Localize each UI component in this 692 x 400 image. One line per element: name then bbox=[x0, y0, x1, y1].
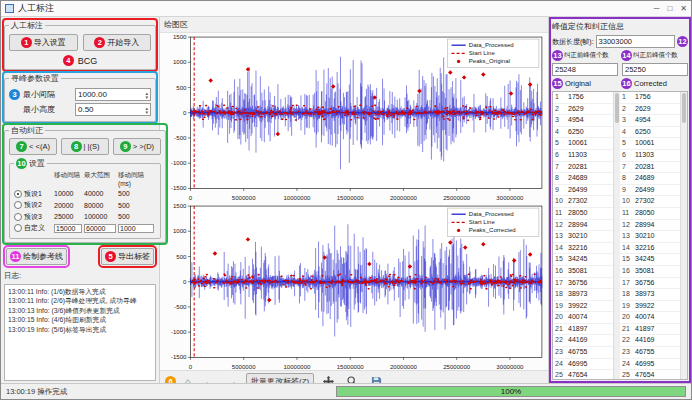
scrollbar-thumb[interactable] bbox=[615, 93, 619, 123]
start-import-button[interactable]: 2 开始导入 bbox=[83, 34, 152, 51]
close-button[interactable]: ✕ bbox=[680, 4, 687, 13]
corrected-peak-row[interactable]: 13 30210 bbox=[620, 231, 680, 243]
min-height-spinbox[interactable]: 0.50 ▴▾ bbox=[75, 103, 151, 116]
import-settings-button[interactable]: 1 导入设置 bbox=[9, 34, 78, 51]
corrected-peak-row[interactable]: 15 34245 bbox=[620, 254, 680, 266]
original-peak-row[interactable]: 23 46755 bbox=[553, 347, 613, 359]
original-peak-row[interactable]: 21 41897 bbox=[553, 324, 613, 336]
min-interval-spinbox[interactable]: 1000.00 ▴▾ bbox=[75, 88, 151, 101]
corrected-peak-row[interactable]: 25 47654 bbox=[620, 370, 680, 379]
original-peak-row[interactable]: 13 30210 bbox=[553, 231, 613, 243]
corrected-peak-row[interactable]: 6 11303 bbox=[620, 150, 680, 162]
original-peak-row[interactable]: 12 28994 bbox=[553, 220, 613, 232]
corrected-peak-row[interactable]: 4 6250 bbox=[620, 127, 680, 139]
pan-button[interactable] bbox=[319, 374, 338, 383]
original-peak-row[interactable]: 15 34245 bbox=[553, 254, 613, 266]
original-peak-row[interactable]: 10 27302 bbox=[553, 196, 613, 208]
batch-change-labels-button[interactable]: 批量更改标签(Z) bbox=[246, 373, 314, 383]
original-peak-row[interactable]: 9 26499 bbox=[553, 185, 613, 197]
corrected-peak-row[interactable]: 1 1756 bbox=[620, 92, 680, 104]
draw-reference-line-button[interactable]: 11 绘制参考线 bbox=[6, 248, 67, 265]
corrected-peak-row[interactable]: 5 10061 bbox=[620, 138, 680, 150]
corrected-peak-row[interactable]: 2 2629 bbox=[620, 104, 680, 116]
corrected-peak-row[interactable]: 22 44169 bbox=[620, 335, 680, 347]
svg-text:0: 0 bbox=[183, 277, 187, 284]
original-peak-value: 10061 bbox=[568, 138, 613, 149]
zoom-button[interactable] bbox=[343, 374, 362, 383]
original-peak-row[interactable]: 17 36756 bbox=[553, 278, 613, 290]
original-peak-row[interactable]: 1 1756 bbox=[553, 92, 613, 104]
corrected-peak-row[interactable]: 23 46755 bbox=[620, 347, 680, 359]
original-peak-row[interactable]: 14 32216 bbox=[553, 243, 613, 255]
preset-radio[interactable] bbox=[14, 190, 22, 198]
log-line: 13:00:19 Info: (5/6)标签导出完成 bbox=[8, 325, 152, 335]
move-right-button[interactable]: 9 > >(D) bbox=[113, 138, 161, 155]
corrected-peak-row[interactable]: 24 46995 bbox=[620, 359, 680, 371]
original-peak-row[interactable]: 22 44169 bbox=[553, 335, 613, 347]
original-peak-row[interactable]: 4 6250 bbox=[553, 127, 613, 139]
preset-row[interactable]: 自定义 15000 60000 1000 bbox=[14, 223, 156, 233]
preset-move-ms: 500 bbox=[118, 202, 156, 209]
original-peak-row[interactable]: 7 20281 bbox=[553, 162, 613, 174]
row-index: 8 bbox=[553, 173, 568, 184]
signal-plot-original[interactable]: -1500-1000-50005001000150005000000100000… bbox=[160, 33, 548, 202]
original-peak-row[interactable]: 18 38973 bbox=[553, 289, 613, 301]
corrected-peak-value: 39922 bbox=[635, 301, 680, 312]
original-peak-row[interactable]: 11 28050 bbox=[553, 208, 613, 220]
original-peak-row[interactable]: 19 39922 bbox=[553, 301, 613, 313]
original-peak-row[interactable]: 5 10061 bbox=[553, 138, 613, 150]
preset-row[interactable]: 预设2 20000 80000 500 bbox=[14, 200, 156, 210]
forward-button[interactable]: → bbox=[223, 374, 241, 383]
maximize-button[interactable]: □ bbox=[667, 4, 672, 13]
corrected-peak-row[interactable]: 3 4954 bbox=[620, 115, 680, 127]
original-peak-row[interactable]: 8 24689 bbox=[553, 173, 613, 185]
preset-radio[interactable] bbox=[14, 213, 22, 221]
export-labels-button[interactable]: 5 导出标签 bbox=[101, 248, 154, 265]
corrected-peak-row[interactable]: 7 20281 bbox=[620, 162, 680, 174]
original-peak-row[interactable]: 24 46995 bbox=[553, 359, 613, 371]
minimize-button[interactable]: ─ bbox=[654, 4, 660, 13]
row-index: 1 bbox=[620, 92, 635, 103]
original-list-scrollbar[interactable] bbox=[613, 92, 620, 379]
corrected-peak-row[interactable]: 8 24689 bbox=[620, 173, 680, 185]
corrected-peak-value: 47654 bbox=[635, 370, 680, 379]
original-peak-row[interactable]: 2 2629 bbox=[553, 104, 613, 116]
corrected-peak-row[interactable]: 11 28050 bbox=[620, 208, 680, 220]
preset-radio[interactable] bbox=[14, 201, 22, 209]
preset-row[interactable]: 预设3 25000 100000 500 bbox=[14, 212, 156, 222]
home-button[interactable]: ⌂ bbox=[181, 374, 195, 383]
original-peak-row[interactable]: 3 4954 bbox=[553, 115, 613, 127]
original-peak-row[interactable]: 6 11303 bbox=[553, 150, 613, 162]
spinner-arrows-icon[interactable]: ▴▾ bbox=[145, 91, 148, 99]
corrected-peak-row[interactable]: 12 28994 bbox=[620, 220, 680, 232]
original-peak-value: 39922 bbox=[568, 301, 613, 312]
corrected-peak-row[interactable]: 19 39922 bbox=[620, 301, 680, 313]
corrected-peak-value: 30210 bbox=[635, 231, 680, 242]
original-peak-row[interactable]: 20 40074 bbox=[553, 312, 613, 324]
corrected-peak-row[interactable]: 17 36756 bbox=[620, 278, 680, 290]
preset-radio[interactable] bbox=[14, 224, 22, 232]
corrected-peak-row[interactable]: 16 35081 bbox=[620, 266, 680, 278]
scrollbar-thumb[interactable] bbox=[682, 93, 686, 123]
back-button[interactable]: ← bbox=[200, 374, 218, 383]
row-index: 3 bbox=[553, 115, 568, 126]
corrected-peak-row[interactable]: 10 27302 bbox=[620, 196, 680, 208]
original-peak-row[interactable]: 16 35081 bbox=[553, 266, 613, 278]
signal-plot-corrected[interactable]: -1500-1000-50005001000150005000000100000… bbox=[160, 202, 548, 371]
preset-move-ms: 1000 bbox=[118, 224, 154, 233]
move-left-button[interactable]: 7 < <(A) bbox=[9, 138, 57, 155]
corrected-peak-row[interactable]: 14 32216 bbox=[620, 243, 680, 255]
plot-panel: 绘图区 -1500-1000-5000500100015000500000010… bbox=[159, 17, 549, 383]
corrected-peak-row[interactable]: 21 41897 bbox=[620, 324, 680, 336]
corrected-list-scrollbar[interactable] bbox=[680, 92, 687, 379]
stop-button[interactable]: 8 | |(S) bbox=[61, 138, 109, 155]
corrected-peak-row[interactable]: 9 26499 bbox=[620, 185, 680, 197]
original-peak-row[interactable]: 25 47654 bbox=[553, 370, 613, 379]
corrected-peak-row[interactable]: 18 38973 bbox=[620, 289, 680, 301]
spinner-arrows-icon[interactable]: ▴▾ bbox=[145, 106, 148, 114]
save-button[interactable] bbox=[367, 374, 386, 383]
original-peak-value: 28994 bbox=[568, 220, 613, 231]
corrected-peak-row[interactable]: 20 40074 bbox=[620, 312, 680, 324]
preset-row[interactable]: 预设1 10000 40000 500 bbox=[14, 189, 156, 199]
original-peaks-list: 1 1756 2 2629 3 4954 bbox=[553, 92, 613, 379]
